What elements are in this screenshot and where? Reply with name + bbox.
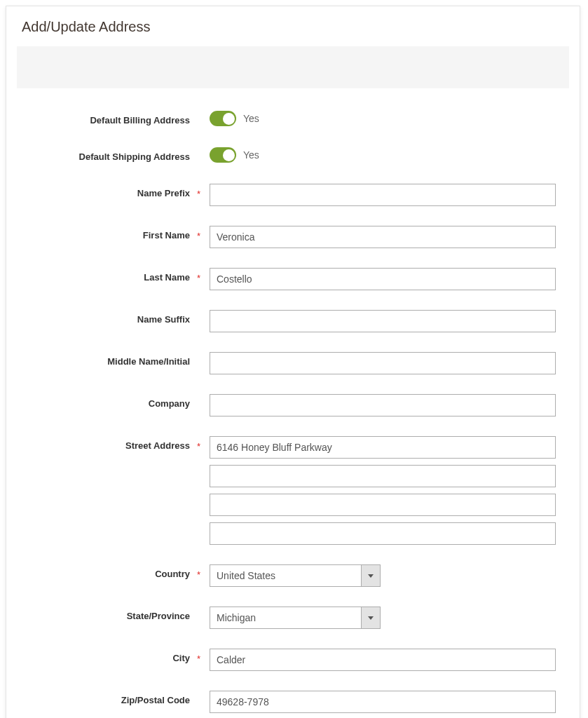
select-country-value: United States	[210, 564, 381, 587]
chevron-down-icon	[368, 574, 374, 578]
select-state-button[interactable]	[361, 607, 381, 629]
input-zip[interactable]	[210, 691, 556, 713]
label-last-name: Last Name	[26, 268, 210, 283]
input-company[interactable]	[210, 394, 556, 416]
label-city: City	[26, 649, 210, 663]
field-default-shipping: Default Shipping Address Yes	[26, 147, 560, 163]
select-country-button[interactable]	[361, 564, 381, 587]
label-default-shipping: Default Shipping Address	[26, 147, 210, 162]
label-default-billing: Default Billing Address	[26, 111, 210, 126]
address-form: Default Billing Address Yes Default Ship…	[6, 111, 580, 718]
input-street-3[interactable]	[210, 494, 556, 516]
toggle-default-shipping[interactable]	[210, 147, 236, 163]
label-first-name: First Name	[26, 226, 210, 241]
input-street-2[interactable]	[210, 465, 556, 487]
label-country: Country	[26, 564, 210, 579]
input-street-1[interactable]	[210, 436, 556, 459]
input-street-4[interactable]	[210, 522, 556, 545]
field-middle-name: Middle Name/Initial	[26, 352, 560, 374]
panel-title: Add/Update Address	[6, 6, 580, 46]
input-last-name[interactable]	[210, 268, 556, 290]
input-middle-name[interactable]	[210, 352, 556, 374]
field-state: State/Province Michigan	[26, 607, 560, 629]
field-country: Country United States	[26, 564, 560, 587]
select-state[interactable]: Michigan	[210, 607, 381, 629]
input-name-prefix[interactable]	[210, 184, 556, 206]
field-default-billing: Default Billing Address Yes	[26, 111, 560, 126]
chevron-down-icon	[368, 616, 374, 620]
field-name-prefix: Name Prefix	[26, 184, 560, 206]
label-company: Company	[26, 394, 210, 409]
field-city: City	[26, 649, 560, 671]
input-first-name[interactable]	[210, 226, 556, 248]
select-state-value: Michigan	[210, 607, 381, 629]
input-city[interactable]	[210, 649, 556, 671]
field-zip: Zip/Postal Code	[26, 691, 560, 713]
field-name-suffix: Name Suffix	[26, 310, 560, 332]
label-middle-name: Middle Name/Initial	[26, 352, 210, 367]
field-first-name: First Name	[26, 226, 560, 248]
field-street-address: Street Address	[26, 436, 560, 545]
address-panel: Add/Update Address Default Billing Addre…	[6, 6, 580, 718]
label-street-address: Street Address	[26, 436, 210, 451]
label-state: State/Province	[26, 607, 210, 621]
label-name-suffix: Name Suffix	[26, 310, 210, 325]
toggle-default-billing[interactable]	[210, 111, 236, 126]
toggle-default-shipping-text: Yes	[243, 149, 259, 161]
notice-bar	[17, 46, 569, 88]
label-name-prefix: Name Prefix	[26, 184, 210, 198]
label-zip: Zip/Postal Code	[26, 691, 210, 705]
select-country[interactable]: United States	[210, 564, 381, 587]
field-last-name: Last Name	[26, 268, 560, 290]
toggle-default-billing-text: Yes	[243, 113, 259, 124]
field-company: Company	[26, 394, 560, 416]
input-name-suffix[interactable]	[210, 310, 556, 332]
